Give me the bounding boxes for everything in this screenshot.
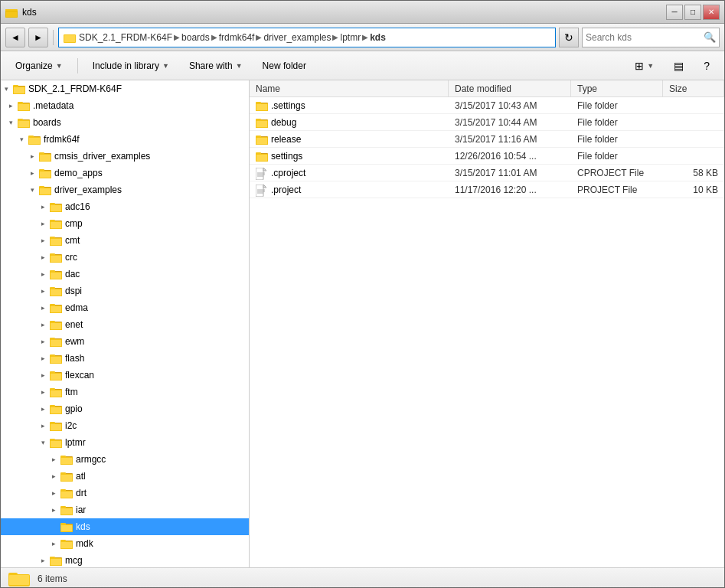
- tree-toggle-iar: ▸: [48, 505, 59, 515]
- file-row-4[interactable]: .cproject3/15/2017 11:01 AMCPROJECT File…: [250, 165, 724, 181]
- tree-item-gpio[interactable]: ▸ gpio: [1, 400, 249, 417]
- path-folder-icon: [64, 32, 76, 43]
- tree-label-demo_apps: demo_apps: [54, 168, 103, 178]
- file-type-2: File folder: [571, 134, 663, 145]
- path-segment-boards[interactable]: boards: [181, 32, 210, 43]
- tree-item-cmsis[interactable]: ▸ cmsis_driver_examples: [1, 148, 249, 165]
- tree-label-adc16: adc16: [65, 201, 90, 212]
- col-header-type[interactable]: Type: [571, 80, 663, 96]
- tree-item-flexcan[interactable]: ▸ flexcan: [1, 367, 249, 384]
- tree-item-mcg[interactable]: ▸ mcg: [1, 552, 249, 567]
- left-panel[interactable]: ▾ SDK_2.1_FRDM-K64F▸ .metadata▾ boards▾ …: [1, 80, 250, 567]
- tree-toggle-lptmr: ▾: [38, 437, 48, 448]
- path-segment-frdmk64f[interactable]: frdmk64f: [219, 32, 255, 43]
- path-segment-sdk[interactable]: SDK_2.1_FRDM-K64F: [64, 32, 172, 43]
- address-path[interactable]: SDK_2.1_FRDM-K64F ▶ boards ▶ frdmk64f ▶ …: [58, 28, 556, 47]
- folder-icon-boards: [18, 117, 30, 128]
- tree-label-metadata: .metadata: [33, 100, 73, 111]
- tree-item-demo_apps[interactable]: ▸ demo_apps: [1, 165, 249, 181]
- svg-rect-10: [14, 87, 24, 93]
- tree-item-atl[interactable]: ▸ atl: [1, 468, 249, 485]
- close-button[interactable]: ✕: [703, 5, 720, 20]
- tree-item-ewm[interactable]: ▸ ewm: [1, 333, 249, 350]
- svg-rect-62: [51, 306, 61, 312]
- tree-item-crc[interactable]: ▸ crc: [1, 249, 249, 266]
- tree-item-mdk[interactable]: ▸ mdk: [1, 535, 249, 552]
- tree-item-i2c[interactable]: ▸ i2c: [1, 417, 249, 434]
- tree-label-kds: kds: [76, 521, 90, 532]
- tree-item-frdmk64f[interactable]: ▾ frdmk64f: [1, 131, 249, 148]
- new-folder-button[interactable]: New folder: [254, 55, 315, 77]
- file-size-4: 58 KB: [663, 168, 724, 178]
- search-input[interactable]: [586, 32, 704, 43]
- file-name-cell-2: release: [250, 134, 449, 145]
- preview-pane-button[interactable]: ▤: [665, 55, 692, 77]
- col-header-date[interactable]: Date modified: [449, 80, 571, 96]
- view-options-button[interactable]: ⊞ ▼: [626, 55, 662, 77]
- tree-item-drt[interactable]: ▸ drt: [1, 485, 249, 501]
- help-button[interactable]: ?: [695, 55, 718, 77]
- back-button[interactable]: ◄: [5, 28, 25, 47]
- path-segment-driver-examples[interactable]: driver_examples: [263, 32, 331, 43]
- tree-toggle-ftm: ▸: [38, 387, 48, 397]
- tree-item-adc16[interactable]: ▸ adc16: [1, 198, 249, 215]
- tree-label-lptmr: lptmr: [65, 437, 86, 448]
- maximize-button[interactable]: □: [684, 5, 701, 20]
- file-name-cell-1: debug: [250, 117, 449, 128]
- path-arrow-1: ▶: [174, 33, 180, 41]
- tree-item-lptmr[interactable]: ▾ lptmr: [1, 434, 249, 451]
- forward-button[interactable]: ►: [28, 28, 48, 47]
- tree-item-metadata[interactable]: ▸ .metadata: [1, 97, 249, 114]
- tree-item-ftm[interactable]: ▸ ftm: [1, 384, 249, 400]
- tree-label-mdk: mdk: [76, 538, 93, 549]
- tree-item-armgcc[interactable]: ▸ armgcc: [1, 451, 249, 468]
- organize-dropdown-arrow: ▼: [56, 62, 63, 70]
- path-segment-lptmr[interactable]: lptmr: [340, 32, 361, 43]
- path-segment-kds[interactable]: kds: [370, 32, 386, 43]
- file-row-0[interactable]: .settings3/15/2017 10:43 AMFile folder: [250, 97, 724, 114]
- organize-button[interactable]: Organize ▼: [7, 55, 71, 77]
- file-date-4: 3/15/2017 11:01 AM: [449, 168, 571, 178]
- file-row-3[interactable]: settings12/26/2016 10:54 ...File folder: [250, 148, 724, 165]
- file-row-5[interactable]: .project11/17/2016 12:20 ...PROJECT File…: [250, 181, 724, 198]
- svg-rect-102: [61, 475, 72, 481]
- svg-rect-126: [256, 104, 267, 110]
- file-name-label-4: .cproject: [271, 168, 305, 178]
- search-box[interactable]: 🔍: [582, 28, 720, 47]
- refresh-button[interactable]: ↻: [559, 28, 579, 47]
- tree-item-kds[interactable]: kds: [1, 518, 249, 535]
- tree-item-boards[interactable]: ▾ boards: [1, 114, 249, 131]
- svg-rect-74: [51, 357, 61, 363]
- tree-item-enet[interactable]: ▸ enet: [1, 316, 249, 333]
- svg-rect-94: [51, 441, 61, 447]
- svg-rect-144: [256, 185, 263, 197]
- right-panel[interactable]: Name Date modified Type Size .settings3/…: [250, 80, 724, 567]
- minimize-button[interactable]: ─: [666, 5, 683, 20]
- folder-icon-dspi: [50, 286, 62, 296]
- folder-icon-frdmk64f: [28, 134, 41, 145]
- tree-label-cmt: cmt: [65, 235, 80, 246]
- tree-item-flash[interactable]: ▸ flash: [1, 350, 249, 367]
- tree-label-gpio: gpio: [65, 403, 83, 414]
- folder-icon-armgcc: [60, 454, 73, 465]
- col-header-size[interactable]: Size: [663, 80, 724, 96]
- tree-item-cmp[interactable]: ▸ cmp: [1, 215, 249, 232]
- toolbar-separator-1: [77, 58, 78, 74]
- tree-toggle-adc16: ▸: [38, 201, 48, 212]
- tree-toggle-dac: ▸: [38, 269, 48, 279]
- tree-item-dspi[interactable]: ▸ dspi: [1, 283, 249, 299]
- file-row-2[interactable]: release3/15/2017 11:16 AMFile folder: [250, 131, 724, 148]
- tree-item-iar[interactable]: ▸ iar: [1, 501, 249, 518]
- tree-item-dac[interactable]: ▸ dac: [1, 266, 249, 283]
- svg-rect-134: [256, 138, 267, 144]
- include-in-library-button[interactable]: Include in library ▼: [84, 55, 178, 77]
- tree-toggle-driver_examples: ▾: [27, 185, 38, 195]
- file-row-1[interactable]: debug3/15/2017 10:44 AMFile folder: [250, 114, 724, 131]
- tree-item-driver_examples[interactable]: ▾ driver_examples: [1, 181, 249, 198]
- tree-item-edma[interactable]: ▸ edma: [1, 299, 249, 316]
- col-header-name[interactable]: Name: [250, 80, 449, 96]
- share-with-button[interactable]: Share with ▼: [181, 55, 251, 77]
- folder-icon-sdk: [13, 83, 25, 94]
- tree-item-cmt[interactable]: ▸ cmt: [1, 232, 249, 249]
- tree-item-sdk[interactable]: ▾ SDK_2.1_FRDM-K64F: [1, 80, 249, 97]
